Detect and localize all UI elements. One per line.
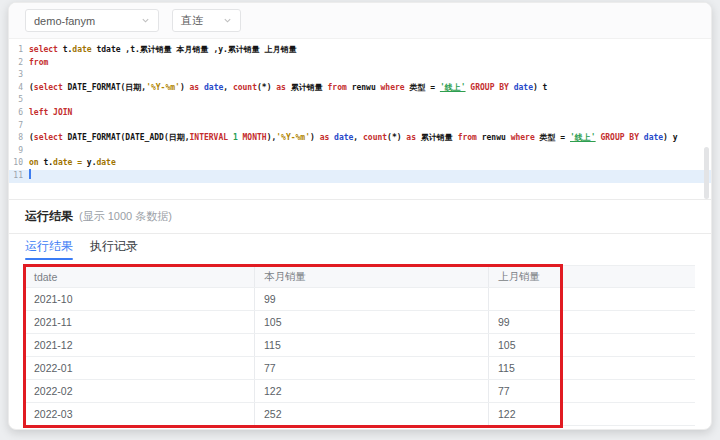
- line-number: 5: [9, 94, 29, 107]
- line-number: 9: [9, 145, 29, 158]
- table-cell: 77: [255, 357, 489, 379]
- table-row[interactable]: 2021-12115105: [25, 334, 695, 357]
- table-cell: 122: [489, 403, 695, 425]
- line-number: 10: [9, 157, 29, 170]
- table-row[interactable]: 2022-03252122: [25, 403, 695, 426]
- code-line[interactable]: 7: [9, 120, 711, 133]
- line-number: 1: [9, 44, 29, 57]
- results-header: 运行结果 (显示 1000 条数据): [9, 200, 711, 234]
- code-text: (select DATE_FORMAT(日期,'%Y-%m') as date,…: [29, 82, 547, 95]
- results-section: 运行结果 (显示 1000 条数据) 运行结果执行记录 tdate本月销量上月销…: [9, 199, 711, 426]
- line-number: 11: [9, 170, 29, 183]
- column-header[interactable]: 本月销量: [255, 266, 489, 287]
- results-tabs: 运行结果执行记录: [9, 234, 711, 261]
- code-line[interactable]: 9: [9, 145, 711, 158]
- results-title: 运行结果: [25, 208, 73, 225]
- editor-scrollbar[interactable]: [704, 147, 709, 199]
- table-cell: 2022-03: [25, 403, 255, 425]
- table-cell: 2022-02: [25, 380, 255, 402]
- line-number: 8: [9, 132, 29, 145]
- results-subtitle: (显示 1000 条数据): [79, 209, 172, 224]
- table-cell: 99: [489, 311, 695, 333]
- code-line[interactable]: 8(select DATE_FORMAT(DATE_ADD(日期,INTERVA…: [9, 132, 711, 145]
- column-header[interactable]: 上月销量: [489, 266, 695, 287]
- tab-run-results[interactable]: 运行结果: [25, 234, 73, 261]
- column-header[interactable]: tdate: [25, 266, 255, 287]
- table-cell: 2021-10: [25, 288, 255, 310]
- line-number: 2: [9, 57, 29, 70]
- line-number: 6: [9, 107, 29, 120]
- table-cell: 105: [255, 311, 489, 333]
- table-cell: 2021-12: [25, 334, 255, 356]
- code-text: (select DATE_FORMAT(DATE_ADD(日期,INTERVAL…: [29, 132, 678, 145]
- connection-select[interactable]: 直连: [172, 9, 241, 32]
- datasource-select[interactable]: demo-fanym: [25, 9, 159, 32]
- code-line[interactable]: 1select t.date tdate ,t.累计销量 本月销量 ,y.累计销…: [9, 44, 711, 57]
- results-table: tdate本月销量上月销量2021-10992021-11105992021-1…: [25, 265, 695, 426]
- table-cell: 105: [489, 334, 695, 356]
- connection-select-value: 直连: [181, 13, 203, 28]
- code-text: [29, 170, 31, 183]
- code-line[interactable]: 2from: [9, 57, 711, 70]
- code-text: select t.date tdate ,t.累计销量 本月销量 ,y.累计销量…: [29, 44, 297, 57]
- table-header-row: tdate本月销量上月销量: [25, 265, 695, 288]
- code-line[interactable]: 4(select DATE_FORMAT(日期,'%Y-%m') as date…: [9, 82, 711, 95]
- tab-execution-history[interactable]: 执行记录: [90, 234, 138, 261]
- app-background: demo-fanym 直连 1select t.date tdate ,t.累计…: [0, 0, 720, 440]
- table-cell: 2021-11: [25, 311, 255, 333]
- table-cell: 115: [489, 357, 695, 379]
- code-line[interactable]: 11: [9, 170, 711, 183]
- datasource-select-value: demo-fanym: [34, 15, 95, 27]
- table-row[interactable]: 2021-1110599: [25, 311, 695, 334]
- line-number: 3: [9, 69, 29, 82]
- table-cell: [489, 288, 695, 310]
- code-line[interactable]: 5: [9, 94, 711, 107]
- table-row[interactable]: 2022-0212277: [25, 380, 695, 403]
- table-cell: 252: [255, 403, 489, 425]
- table-row[interactable]: 2022-0177115: [25, 357, 695, 380]
- sql-console-card: demo-fanym 直连 1select t.date tdate ,t.累计…: [8, 2, 712, 430]
- chevron-down-icon: [223, 16, 232, 25]
- toolbar: demo-fanym 直连: [9, 3, 711, 39]
- table-cell: 115: [255, 334, 489, 356]
- code-text: left JOIN: [29, 107, 72, 120]
- table-cell: 99: [255, 288, 489, 310]
- table-row[interactable]: 2021-1099: [25, 288, 695, 311]
- code-text: from: [29, 57, 48, 70]
- code-line[interactable]: 6left JOIN: [9, 107, 711, 120]
- text-cursor: [29, 169, 31, 179]
- code-line[interactable]: 3: [9, 69, 711, 82]
- table-cell: 2022-01: [25, 357, 255, 379]
- line-number: 4: [9, 82, 29, 95]
- sql-editor[interactable]: 1select t.date tdate ,t.累计销量 本月销量 ,y.累计销…: [9, 39, 711, 199]
- line-number: 7: [9, 120, 29, 133]
- code-text: on t.date = y.date: [29, 157, 116, 170]
- table-cell: 77: [489, 380, 695, 402]
- table-cell: 122: [255, 380, 489, 402]
- code-line[interactable]: 10on t.date = y.date: [9, 157, 711, 170]
- chevron-down-icon: [141, 16, 150, 25]
